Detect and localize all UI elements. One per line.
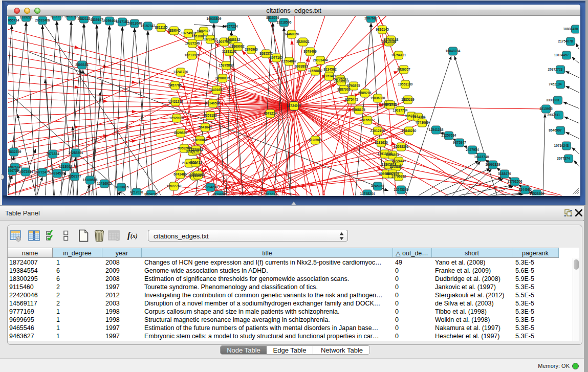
svg-text:14401657: 14401657 [209,88,224,92]
svg-text:8224730: 8224730 [144,192,158,195]
svg-text:9875847: 9875847 [453,141,466,144]
svg-text:6368105: 6368105 [352,108,365,112]
svg-text:20031404: 20031404 [313,58,328,62]
svg-text:2077105: 2077105 [270,56,283,59]
svg-text:12416912: 12416912 [97,182,112,185]
svg-text:19299464: 19299464 [102,19,117,23]
svg-text:8396759: 8396759 [8,169,19,172]
svg-text:19688132: 19688132 [226,38,241,41]
svg-text:16213925: 16213925 [185,53,200,57]
svg-text:1108894: 1108894 [390,165,403,168]
svg-text:2457954: 2457954 [466,148,479,151]
svg-text:4112034: 4112034 [265,193,277,195]
svg-text:13701506: 13701506 [508,180,522,183]
svg-text:15180586: 15180586 [83,178,98,182]
svg-text:5188470: 5188470 [498,172,511,176]
svg-text:17559643: 17559643 [189,148,204,151]
svg-text:9275445: 9275445 [345,98,358,101]
svg-text:2505334: 2505334 [75,63,89,67]
svg-text:18922760: 18922760 [167,184,182,188]
svg-text:8489709: 8489709 [64,16,78,18]
svg-text:16396513: 16396513 [334,79,349,83]
svg-text:3333883: 3333883 [546,98,559,102]
svg-text:4429607: 4429607 [212,193,226,195]
svg-text:19832259: 19832259 [8,150,21,154]
svg-text:8079409: 8079409 [303,50,317,53]
svg-text:18724007: 18724007 [287,104,301,107]
svg-text:7357224: 7357224 [225,25,238,28]
svg-text:4843718: 4843718 [384,103,397,106]
svg-text:13748244: 13748244 [360,192,375,195]
svg-text:4389045: 4389045 [167,29,181,32]
svg-text:1839221: 1839221 [19,16,33,19]
svg-text:2580963: 2580963 [191,173,205,177]
svg-text:21012166: 21012166 [371,129,385,133]
svg-text:16224441: 16224441 [391,159,406,163]
svg-text:17796882: 17796882 [391,174,406,178]
svg-text:15588301: 15588301 [394,145,409,148]
svg-text:11558837: 11558837 [308,69,323,73]
svg-text:6306893: 6306893 [386,153,399,157]
svg-text:8685577: 8685577 [259,52,273,55]
svg-text:4439167: 4439167 [90,18,103,21]
svg-text:8369062: 8369062 [231,45,245,48]
svg-text:3644095: 3644095 [518,188,532,191]
svg-text:10334531: 10334531 [50,171,65,175]
svg-text:1385239: 1385239 [401,98,415,101]
svg-text:2087682: 2087682 [364,16,378,20]
svg-text:9816145: 9816145 [376,28,389,31]
svg-text:10323815: 10323815 [114,185,129,189]
svg-text:18754131: 18754131 [391,53,406,57]
svg-text:12541238: 12541238 [429,128,444,132]
svg-text:8359183: 8359183 [204,114,217,117]
svg-text:4743069: 4743069 [416,121,429,124]
svg-text:9436057: 9436057 [397,68,410,71]
svg-text:10837430: 10837430 [563,27,578,31]
svg-text:1218062: 1218062 [59,165,72,168]
svg-text:8813054: 8813054 [266,16,279,19]
svg-text:18096865: 18096865 [193,138,208,142]
svg-text:5685216: 5685216 [358,91,372,95]
svg-text:13146585: 13146585 [206,101,221,105]
svg-text:16415740: 16415740 [474,155,489,159]
svg-text:16033809: 16033809 [207,17,222,20]
svg-text:6217026: 6217026 [130,190,143,194]
svg-text:11584847: 11584847 [282,59,297,63]
svg-text:15157347: 15157347 [141,24,156,28]
svg-text:13045349: 13045349 [394,188,409,191]
svg-text:13732411: 13732411 [203,37,218,41]
svg-text:19285201: 19285201 [69,151,83,155]
svg-text:12294238: 12294238 [203,185,218,189]
svg-text:15076749: 15076749 [8,165,23,169]
svg-text:14055714: 14055714 [8,18,19,22]
svg-text:4245263: 4245263 [371,184,384,188]
svg-text:9217207: 9217207 [50,16,63,18]
svg-text:12920906: 12920906 [169,116,184,120]
svg-text:6482877: 6482877 [197,29,210,33]
svg-text:3677374: 3677374 [557,157,570,160]
svg-text:20772475: 20772475 [35,170,50,174]
svg-text:8029889: 8029889 [174,131,187,135]
svg-text:18992829: 18992829 [486,163,500,166]
svg-text:19523409: 19523409 [530,192,545,195]
svg-text:19218506: 19218506 [277,20,292,24]
svg-text:16705148: 16705148 [384,38,399,41]
svg-text:10848230: 10848230 [402,129,417,133]
svg-text:12414394: 12414394 [411,115,426,119]
svg-text:8811165: 8811165 [155,26,168,29]
svg-text:13241736: 13241736 [173,70,188,74]
svg-text:9983893: 9983893 [295,64,308,68]
svg-text:20372723: 20372723 [548,68,563,71]
svg-text:4679214: 4679214 [264,112,277,115]
svg-text:13134457: 13134457 [554,53,569,57]
svg-text:19563180: 19563180 [398,82,413,86]
svg-text:5641643: 5641643 [199,125,212,129]
svg-text:5793975: 5793975 [347,84,360,87]
svg-text:20580115: 20580115 [215,76,230,80]
svg-text:2537611: 2537611 [548,113,560,117]
svg-text:15165337: 15165337 [360,118,375,122]
svg-text:5682115: 5682115 [78,17,91,20]
svg-text:16848784: 16848784 [446,49,461,53]
svg-text:14460856: 14460856 [285,32,299,36]
svg-text:15375853: 15375853 [219,63,234,67]
